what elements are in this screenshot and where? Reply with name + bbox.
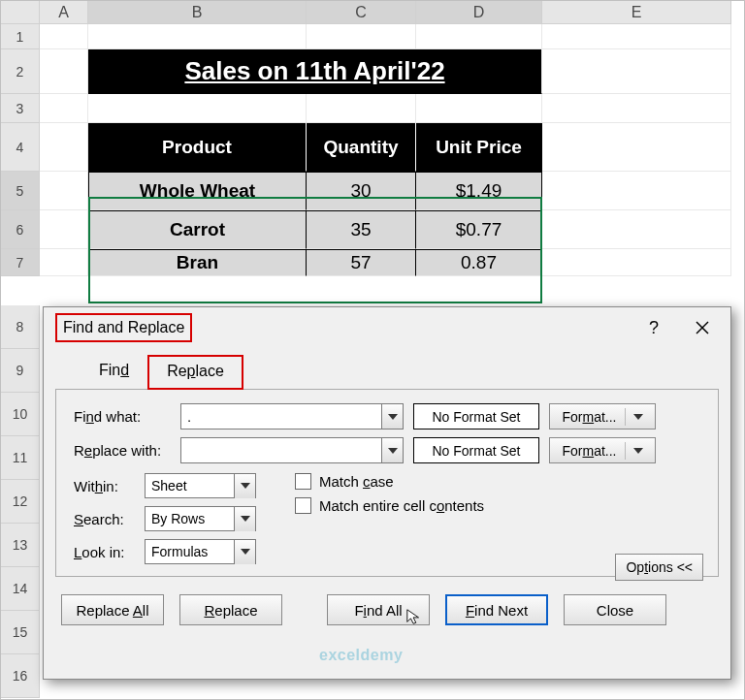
cell[interactable] — [40, 172, 88, 210]
cell[interactable] — [40, 210, 88, 249]
header-quantity[interactable]: Quantity — [307, 123, 416, 172]
tab-find[interactable]: Find — [81, 355, 147, 390]
look-in-dropdown[interactable]: Formulas — [145, 539, 256, 564]
cell[interactable] — [542, 123, 731, 172]
cell[interactable] — [40, 123, 88, 172]
watermark: exceldemy — [319, 647, 403, 664]
dialog-tabs: Find Replace — [55, 354, 719, 390]
chevron-down-icon[interactable] — [234, 540, 255, 564]
row-header-9[interactable]: 9 — [1, 349, 40, 393]
label-search: Search: — [74, 511, 137, 527]
match-entire-label: Match entire cell contents — [319, 497, 484, 514]
row-header-15[interactable]: 15 — [1, 611, 40, 654]
col-header-A[interactable]: A — [40, 1, 88, 24]
dialog-buttons: Replace All Replace Find All Find Next C… — [44, 577, 730, 635]
search-options-right: Match case Match entire cell contents — [295, 473, 484, 572]
find-all-button[interactable]: Find All — [327, 594, 430, 625]
label-replace-with: Replace with: — [74, 442, 171, 459]
cell-unit-price[interactable]: $1.49 — [416, 172, 542, 210]
cell[interactable] — [88, 94, 307, 123]
cell[interactable] — [40, 249, 88, 276]
col-header-B[interactable]: B — [88, 1, 307, 24]
cell[interactable] — [40, 94, 88, 123]
dialog-titlebar[interactable]: Find and Replace ? — [44, 307, 730, 348]
cell[interactable] — [88, 24, 307, 49]
row-header-1[interactable]: 1 — [1, 24, 40, 49]
find-what-value: . — [181, 408, 381, 425]
cursor-icon — [405, 607, 423, 626]
header-product[interactable]: Product — [88, 123, 307, 172]
cell-product[interactable]: Carrot — [88, 210, 307, 249]
replace-format-preview: No Format Set — [413, 437, 539, 463]
row-header-2[interactable]: 2 — [1, 49, 40, 94]
cell[interactable] — [416, 94, 542, 123]
row-header-3[interactable]: 3 — [1, 94, 40, 123]
close-icon[interactable] — [680, 313, 725, 342]
cell[interactable] — [542, 210, 731, 249]
dialog-panel: Find what: . No Format Set Format... Rep… — [55, 390, 719, 577]
cell-quantity[interactable]: 30 — [307, 172, 416, 210]
close-button[interactable]: Close — [564, 594, 666, 625]
cell-unit-price[interactable]: $0.77 — [416, 210, 542, 249]
match-entire-checkbox[interactable] — [295, 497, 311, 514]
match-case-label: Match case — [319, 473, 394, 490]
cell[interactable] — [40, 24, 88, 49]
cell-quantity[interactable]: 35 — [307, 210, 416, 249]
row-header-12[interactable]: 12 — [1, 480, 40, 524]
col-header-C[interactable]: C — [307, 1, 416, 24]
cell[interactable] — [542, 249, 731, 276]
cell-product[interactable]: Bran — [88, 249, 307, 276]
title-cell[interactable]: Sales on 11th April'22 — [88, 49, 542, 94]
help-button[interactable]: ? — [632, 313, 676, 342]
replace-all-button[interactable]: Replace All — [61, 594, 164, 625]
cell[interactable] — [542, 172, 731, 210]
row-header-16[interactable]: 16 — [1, 654, 40, 698]
cell[interactable] — [542, 49, 731, 94]
find-replace-dialog: Find and Replace ? Find Replace Find wha… — [43, 306, 731, 680]
row-header-4[interactable]: 4 — [1, 123, 40, 172]
row-header-7[interactable]: 7 — [1, 249, 40, 276]
within-dropdown[interactable]: Sheet — [145, 473, 256, 498]
cell[interactable] — [40, 49, 88, 94]
header-unit-price[interactable]: Unit Price — [416, 123, 542, 172]
row-header-10[interactable]: 10 — [1, 393, 40, 436]
find-next-button[interactable]: Find Next — [445, 594, 548, 625]
row-header-14[interactable]: 14 — [1, 567, 40, 611]
row-header-13[interactable]: 13 — [1, 524, 40, 567]
row-header-8[interactable]: 8 — [1, 305, 40, 349]
cell[interactable] — [307, 24, 416, 49]
cell[interactable] — [542, 24, 731, 49]
label-look-in: Look in: — [74, 544, 137, 560]
replace-button[interactable]: Replace — [179, 594, 282, 625]
spreadsheet: A B C D E 1 2 Sales on 11th April'22 3 4… — [1, 1, 744, 276]
label-within: Within: — [74, 478, 137, 494]
search-options-left: Within: Sheet Search: By Rows Look in: — [74, 473, 256, 572]
col-header-D[interactable]: D — [416, 1, 542, 24]
dialog-title: Find and Replace — [55, 313, 192, 342]
search-dropdown[interactable]: By Rows — [145, 506, 256, 531]
col-header-E[interactable]: E — [542, 1, 731, 24]
row-header-5[interactable]: 5 — [1, 172, 40, 210]
find-format-button[interactable]: Format... — [549, 403, 656, 430]
replace-format-button[interactable]: Format... — [549, 437, 656, 463]
row-header-11[interactable]: 11 — [1, 436, 40, 480]
row-header-6[interactable]: 6 — [1, 210, 40, 249]
chevron-down-icon[interactable] — [381, 404, 403, 429]
chevron-down-icon[interactable] — [234, 474, 255, 498]
match-case-checkbox[interactable] — [295, 473, 311, 490]
cell-unit-price[interactable]: 0.87 — [416, 249, 542, 276]
find-format-preview: No Format Set — [413, 403, 539, 430]
tab-replace[interactable]: Replace — [147, 355, 243, 390]
chevron-down-icon[interactable] — [381, 438, 403, 462]
cell[interactable] — [307, 94, 416, 123]
chevron-down-icon[interactable] — [234, 507, 255, 531]
cell-product[interactable]: Whole Wheat — [88, 172, 307, 210]
cell-quantity[interactable]: 57 — [307, 249, 416, 276]
find-what-input[interactable]: . — [180, 403, 404, 430]
options-button[interactable]: Options << — [615, 554, 703, 581]
replace-with-input[interactable] — [180, 437, 404, 463]
cell[interactable] — [416, 24, 542, 49]
row-headers-continued: 8 9 10 11 12 13 14 15 16 — [1, 305, 40, 698]
select-all-corner[interactable] — [1, 1, 40, 24]
cell[interactable] — [542, 94, 731, 123]
